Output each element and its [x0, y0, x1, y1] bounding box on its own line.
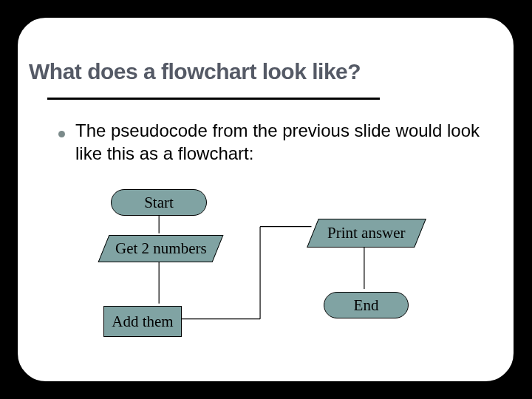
slide-frame: What does a flowchart look like? The pse…: [16, 16, 515, 383]
flow-node-start: Start: [111, 189, 207, 216]
flow-node-process-label: Add them: [112, 313, 173, 331]
flow-node-start-label: Start: [144, 194, 174, 212]
flow-node-end: End: [324, 292, 409, 318]
flowchart: Start Get 2 numbers Add them Print answe…: [18, 18, 514, 381]
flow-node-input-label: Get 2 numbers: [115, 239, 207, 258]
flow-node-output: Print answer: [307, 219, 426, 248]
flow-node-input: Get 2 numbers: [98, 235, 224, 262]
flowchart-connectors: [18, 18, 514, 381]
flow-node-process: Add them: [103, 306, 182, 337]
flow-node-end-label: End: [354, 296, 379, 315]
flow-node-output-label: Print answer: [327, 224, 406, 242]
